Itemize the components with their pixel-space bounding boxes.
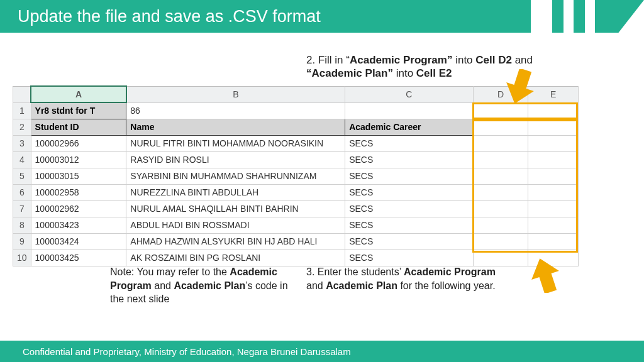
- cell-program[interactable]: [473, 250, 528, 266]
- cell-b1[interactable]: 86: [126, 102, 345, 119]
- text-bold: Academic Plan: [174, 280, 245, 291]
- footer-bar: Confidential and Proprietary, Ministry o…: [0, 341, 644, 362]
- table-row: 4100003012RASYID BIN ROSLISECS: [13, 151, 579, 168]
- row-1: 1 Yr8 stdnt for T 86: [13, 102, 579, 119]
- row-header[interactable]: 1: [13, 102, 31, 119]
- cell-name[interactable]: AK ROSZAIMI BIN PG ROSLANI: [126, 250, 345, 266]
- cell-career[interactable]: SECS: [345, 184, 474, 200]
- cell-student-id[interactable]: 100002958: [31, 184, 126, 200]
- corner-cell[interactable]: [13, 86, 31, 102]
- cell-plan[interactable]: [528, 135, 579, 151]
- cell-program[interactable]: [473, 200, 528, 217]
- footer-text: Confidential and Proprietary, Ministry o…: [23, 346, 351, 357]
- row-2: 2 Student ID Name Academic Career: [13, 119, 579, 135]
- col-header-e[interactable]: E: [528, 86, 579, 102]
- cell-plan[interactable]: [528, 233, 579, 250]
- row-header[interactable]: 2: [13, 119, 31, 135]
- cell-a1[interactable]: Yr8 stdnt for T: [31, 102, 126, 119]
- cell-plan[interactable]: [528, 168, 579, 184]
- row-header[interactable]: 3: [13, 135, 31, 151]
- cell-a2[interactable]: Student ID: [31, 119, 126, 135]
- row-header[interactable]: 7: [13, 200, 31, 217]
- cell-student-id[interactable]: 100002966: [31, 135, 126, 151]
- cell-program[interactable]: [473, 168, 528, 184]
- cell-plan[interactable]: [528, 217, 579, 233]
- cell-student-id[interactable]: 100003425: [31, 250, 126, 266]
- text-bold: Cell E2: [416, 67, 452, 79]
- cell-program[interactable]: [473, 135, 528, 151]
- title-bar: Update the file and save as .CSV format: [0, 0, 644, 33]
- cell-e1[interactable]: [528, 102, 579, 119]
- cell-name[interactable]: SYARBINI BIN MUHAMMAD SHAHRUNNIZAM: [126, 168, 345, 184]
- cell-b2[interactable]: Name: [126, 119, 345, 135]
- row-header[interactable]: 8: [13, 217, 31, 233]
- text: 3. Enter the students’: [306, 266, 404, 277]
- text: and: [152, 280, 174, 291]
- table-row: 10100003425AK ROSZAIMI BIN PG ROSLANISEC…: [13, 250, 579, 266]
- slide-title: Update the file and save as .CSV format: [18, 7, 321, 26]
- col-header-a[interactable]: A: [31, 86, 126, 102]
- cell-name[interactable]: ABDUL HADI BIN ROSSMADI: [126, 217, 345, 233]
- table-row: 9100003424AHMAD HAZWIN ALSYUKRI BIN HJ A…: [13, 233, 579, 250]
- text-bold: “Academic Plan”: [306, 67, 393, 79]
- cell-student-id[interactable]: 100003424: [31, 233, 126, 250]
- text: Note: You may refer to the: [110, 266, 230, 277]
- cell-program[interactable]: [473, 217, 528, 233]
- column-header-row: A B C D E: [13, 86, 579, 102]
- cell-name[interactable]: NURUL AMAL SHAQILLAH BINTI BAHRIN: [126, 200, 345, 217]
- row-header[interactable]: 9: [13, 233, 31, 250]
- spreadsheet: A B C D E 1 Yr8 stdnt for T 86 2 Student…: [13, 85, 579, 266]
- cell-d2[interactable]: [473, 119, 528, 135]
- cell-name[interactable]: AHMAD HAZWIN ALSYUKRI BIN HJ ABD HALI: [126, 233, 345, 250]
- text: for the following year.: [397, 280, 496, 291]
- cell-program[interactable]: [473, 184, 528, 200]
- cell-career[interactable]: SECS: [345, 200, 474, 217]
- row-header[interactable]: 4: [13, 151, 31, 168]
- cell-student-id[interactable]: 100003012: [31, 151, 126, 168]
- cell-program[interactable]: [473, 233, 528, 250]
- text: and: [306, 280, 326, 291]
- step-3-instruction: 3. Enter the students’ Academic Program …: [306, 265, 514, 292]
- cell-program[interactable]: [473, 151, 528, 168]
- text: 2. Fill in “: [306, 54, 350, 66]
- text-bold: Academic Plan: [326, 280, 397, 291]
- row-header[interactable]: 6: [13, 184, 31, 200]
- col-header-b[interactable]: B: [126, 86, 345, 102]
- cell-name[interactable]: NUREZZLINA BINTI ABDULLAH: [126, 184, 345, 200]
- cell-name[interactable]: NURUL FITRI BINTI MOHAMMAD NOORASIKIN: [126, 135, 345, 151]
- cell-student-id[interactable]: 100003423: [31, 217, 126, 233]
- cell-c2[interactable]: Academic Career: [345, 119, 474, 135]
- svg-marker-1: [531, 258, 560, 293]
- cell-student-id[interactable]: 100002962: [31, 200, 126, 217]
- note-left: Note: You may refer to the Academic Prog…: [110, 265, 299, 306]
- row-header[interactable]: 10: [13, 250, 31, 266]
- cell-d1[interactable]: [473, 102, 528, 119]
- cell-career[interactable]: SECS: [345, 250, 474, 266]
- text-bold: Cell D2: [475, 54, 512, 66]
- text: into: [393, 67, 416, 79]
- table-row: 7100002962NURUL AMAL SHAQILLAH BINTI BAH…: [13, 200, 579, 217]
- cell-plan[interactable]: [528, 200, 579, 217]
- cell-student-id[interactable]: 100003015: [31, 168, 126, 184]
- cell-e2[interactable]: [528, 119, 579, 135]
- text: into: [452, 54, 475, 66]
- row-header[interactable]: 5: [13, 168, 31, 184]
- arrow-down-icon: [506, 69, 535, 104]
- table-row: 3100002966NURUL FITRI BINTI MOHAMMAD NOO…: [13, 135, 579, 151]
- cell-career[interactable]: SECS: [345, 168, 474, 184]
- text-bold: Academic Program”: [350, 54, 452, 66]
- col-header-c[interactable]: C: [345, 86, 474, 102]
- svg-marker-0: [506, 69, 535, 104]
- cell-name[interactable]: RASYID BIN ROSLI: [126, 151, 345, 168]
- cell-plan[interactable]: [528, 184, 579, 200]
- cell-career[interactable]: SECS: [345, 217, 474, 233]
- cell-career[interactable]: SECS: [345, 135, 474, 151]
- cell-career[interactable]: SECS: [345, 151, 474, 168]
- text: and: [512, 54, 533, 66]
- table-row: 5100003015SYARBINI BIN MUHAMMAD SHAHRUNN…: [13, 168, 579, 184]
- title-decoration: [552, 0, 644, 33]
- cell-plan[interactable]: [528, 151, 579, 168]
- cell-career[interactable]: SECS: [345, 233, 474, 250]
- text-bold: Academic Program: [404, 266, 496, 277]
- cell-c1[interactable]: [345, 102, 474, 119]
